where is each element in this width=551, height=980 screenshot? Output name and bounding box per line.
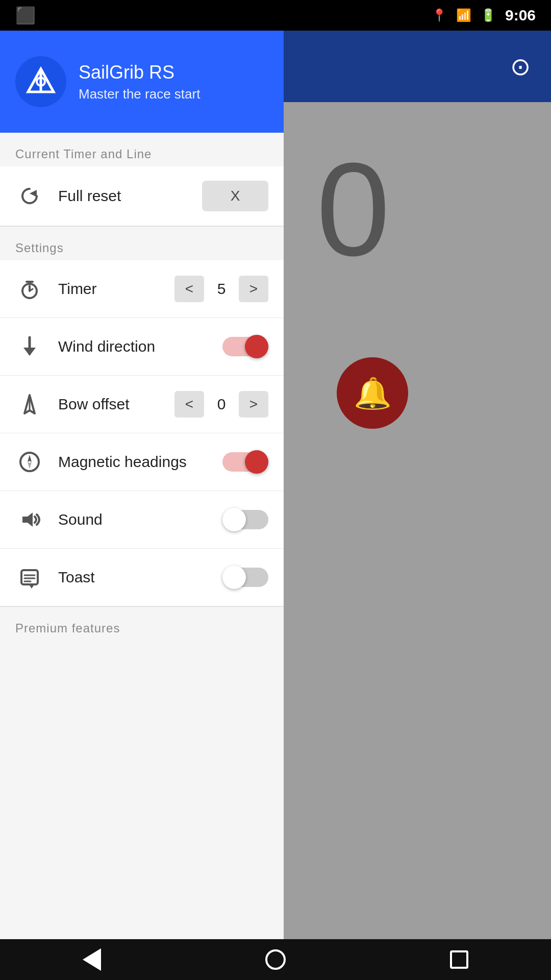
full-reset-button[interactable]: X <box>202 181 268 211</box>
back-icon <box>83 948 101 971</box>
magnetic-headings-item: Magnetic headings <box>0 433 284 491</box>
signal-icon: 📶 <box>456 8 471 22</box>
magnetic-headings-icon <box>15 448 44 476</box>
app-logo <box>15 56 66 107</box>
section-settings: Settings <box>0 227 284 260</box>
app-subtitle: Master the race start <box>79 86 200 102</box>
svg-marker-15 <box>28 462 32 469</box>
sound-label: Sound <box>58 511 208 528</box>
bell-icon: 🔔 <box>354 375 392 411</box>
bow-offset-label: Bow offset <box>58 396 160 413</box>
bow-offset-decrement-button[interactable]: < <box>174 391 204 418</box>
full-reset-label: Full reset <box>58 187 188 205</box>
home-icon <box>265 949 286 970</box>
svg-marker-3 <box>30 190 37 197</box>
magnetic-headings-thumb <box>245 450 268 474</box>
logo-icon <box>26 66 56 97</box>
timer-stepper: < 5 > <box>174 276 268 302</box>
section-current-timer: Current Timer and Line <box>0 133 284 166</box>
compass-svg <box>18 451 41 473</box>
svg-rect-17 <box>21 570 38 584</box>
svg-marker-16 <box>22 512 33 527</box>
timer-decrement-button[interactable]: < <box>174 276 204 302</box>
wind-direction-toggle[interactable] <box>222 334 268 359</box>
sound-switch[interactable] <box>222 507 268 532</box>
wind-direction-item: Wind direction <box>0 318 284 376</box>
sound-icon <box>15 505 44 534</box>
toast-label: Toast <box>58 569 208 586</box>
bow-svg <box>18 393 41 415</box>
recent-icon <box>450 950 468 969</box>
toast-thumb <box>222 566 246 589</box>
app-title: SailGrib RS <box>79 62 200 83</box>
svg-marker-10 <box>23 348 36 356</box>
reset-svg <box>18 185 41 207</box>
sound-svg <box>18 508 41 531</box>
wind-direction-label: Wind direction <box>58 338 208 355</box>
sound-toggle[interactable] <box>222 507 268 532</box>
drawer-header: SailGrib RS Master the race start <box>0 31 284 133</box>
app-title-area: SailGrib RS Master the race start <box>79 62 200 102</box>
toast-icon <box>15 563 44 592</box>
full-reset-control: X <box>202 181 268 211</box>
section-premium: Premium features <box>0 607 284 641</box>
gps-icon[interactable]: ⊙ <box>510 52 531 81</box>
timer-increment-button[interactable]: > <box>239 276 268 302</box>
timer-label: Timer <box>58 280 160 298</box>
wind-direction-icon <box>15 332 44 361</box>
toast-svg <box>18 566 41 589</box>
timer-display: 0 <box>316 143 390 276</box>
top-right-header: ⊙ <box>284 31 551 102</box>
bow-offset-stepper: < 0 > <box>174 391 268 418</box>
full-reset-item: Full reset X <box>0 166 284 226</box>
arrow-down-svg <box>18 335 41 358</box>
sound-item: Sound <box>0 491 284 549</box>
svg-marker-21 <box>30 585 34 589</box>
location-icon: 📍 <box>432 8 447 22</box>
notification-icon: ⬛ <box>15 6 36 25</box>
back-button[interactable] <box>71 939 112 980</box>
status-bar: ⬛ 📍 📶 🔋 9:06 <box>0 0 551 31</box>
magnetic-headings-switch[interactable] <box>222 449 268 475</box>
timer-value: 5 <box>206 280 237 298</box>
status-bar-right: 📍 📶 🔋 9:06 <box>432 7 536 24</box>
toast-switch[interactable] <box>222 565 268 590</box>
svg-marker-14 <box>28 455 32 462</box>
toast-toggle[interactable] <box>222 565 268 590</box>
magnetic-headings-label: Magnetic headings <box>58 453 208 471</box>
timer-icon <box>15 275 44 303</box>
home-button[interactable] <box>255 939 296 980</box>
wind-direction-switch[interactable] <box>222 334 268 359</box>
navigation-drawer: SailGrib RS Master the race start Curren… <box>0 31 284 939</box>
timer-svg <box>18 278 41 300</box>
wind-direction-thumb <box>245 335 268 358</box>
bottom-nav <box>0 939 551 980</box>
timer-item: Timer < 5 > <box>0 260 284 318</box>
status-time: 9:06 <box>505 7 536 24</box>
bow-offset-increment-button[interactable]: > <box>239 391 268 418</box>
recent-button[interactable] <box>439 939 480 980</box>
battery-icon: 🔋 <box>481 8 496 22</box>
sound-thumb <box>222 508 246 531</box>
bow-offset-icon <box>15 390 44 419</box>
status-bar-left: ⬛ <box>15 6 36 25</box>
bell-button[interactable]: 🔔 <box>337 357 408 429</box>
toast-item: Toast <box>0 549 284 606</box>
magnetic-headings-toggle[interactable] <box>222 449 268 475</box>
reset-icon <box>15 182 44 210</box>
bow-offset-item: Bow offset < 0 > <box>0 376 284 433</box>
bow-offset-value: 0 <box>206 396 237 413</box>
